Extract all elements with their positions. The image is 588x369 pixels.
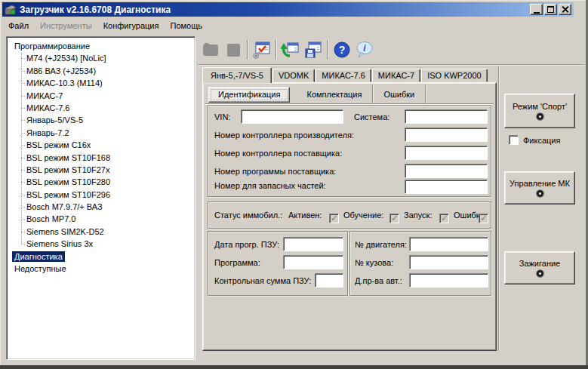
tab-configuration[interactable]: Комплектация (296, 85, 373, 103)
tree-item-programming[interactable]: Программирование (7, 40, 195, 52)
controller-supplier-label: Номер контроллера поставщика: (214, 149, 342, 158)
sport-led-indicator (537, 113, 543, 120)
tree-connector-icon (21, 158, 26, 158)
ignition-led-indicator (537, 270, 543, 277)
tree-item[interactable]: Bosch MP7.0 (7, 213, 195, 225)
spare-parts-input[interactable] (405, 180, 488, 194)
rom-checksum-input[interactable] (315, 273, 343, 288)
minimize-button[interactable] (530, 4, 543, 15)
ignition-button[interactable]: Зажигание (504, 251, 575, 284)
sport-mode-button[interactable]: Режим 'Спорт' (504, 94, 575, 128)
tab-errors[interactable]: Ошибки (373, 85, 426, 103)
tree-connector-icon (21, 207, 26, 208)
tree-item[interactable]: BSL режим ST10F296 (7, 189, 195, 201)
program-supplier-label: Номер программы поставщика: (214, 167, 336, 176)
menu-bar: Файл Инструменты Конфигурация Помощь (3, 18, 208, 32)
about-icon: i (355, 40, 374, 60)
menu-file[interactable]: Файл (3, 20, 35, 32)
mk-control-label: Управление МК (509, 179, 570, 188)
immo-training-checkbox (389, 214, 399, 223)
svg-text:?: ? (339, 44, 346, 56)
tab-mikas-7-6[interactable]: МИКАС-7.6 (316, 69, 371, 82)
tree-item[interactable]: М74 (+J2534) [NoLic] (7, 52, 195, 64)
vehicle-info-group: № двигателя: № кузова: Д.пр-ва авт.: (349, 231, 491, 296)
rom-date-input[interactable] (283, 237, 343, 251)
fixation-checkbox[interactable] (509, 135, 519, 145)
tree-connector-icon (21, 182, 26, 183)
load-config-button[interactable] (279, 38, 302, 61)
program-input[interactable] (283, 255, 343, 269)
minimize-icon (534, 12, 540, 14)
tree-item[interactable]: Siemens SIM2K-D52 (7, 226, 195, 238)
program-supplier-input[interactable] (405, 164, 488, 178)
about-button[interactable]: i (353, 38, 376, 61)
tree-connector-icon (21, 232, 26, 232)
tab-vdomk[interactable]: VDOMK (272, 69, 315, 82)
menu-configuration[interactable]: Конфигурация (98, 20, 165, 32)
immo-start-label: Запуск: (404, 211, 432, 220)
menu-help[interactable]: Помощь (165, 20, 208, 32)
engine-number-input[interactable] (409, 237, 488, 251)
tree-connector-icon (21, 244, 26, 244)
tab-janv5-7-vs5[interactable]: Янв-5,-7/VS-5 (202, 67, 272, 83)
tree-item[interactable]: МИКАС-7 (7, 90, 195, 102)
toolbar-separator (327, 40, 328, 60)
tree-item[interactable]: МИКАС-7.6 (7, 102, 195, 114)
tree-item[interactable]: BSL режим ST10F168 (7, 152, 195, 164)
body-number-input[interactable] (409, 255, 488, 269)
rom-info-group: Дата прогр. ПЗУ: Программа: Контрольная … (208, 231, 348, 296)
maximize-button[interactable] (544, 4, 557, 15)
tree-item[interactable]: Siemens Sirius 3x (7, 238, 195, 250)
tree-connector-icon (21, 83, 26, 84)
body-number-label: № кузова: (355, 258, 393, 267)
tree-item[interactable]: BSL режим ST10F280 (7, 176, 195, 188)
ignition-label: Зажигание (519, 259, 561, 268)
tree-item[interactable]: Январь-5/VS-5 (7, 114, 195, 126)
tree-item-unavailable[interactable]: Недоступные (7, 263, 195, 275)
controller-supplier-input[interactable] (405, 146, 488, 160)
toolbar: ? i (199, 36, 376, 63)
toolbar-separator (276, 40, 277, 60)
app-window: Загрузчик v2.16.6708 Диагностика Файл Ин… (0, 0, 588, 369)
tree-connector-icon (21, 108, 26, 109)
tree-connector-icon (21, 219, 26, 220)
controller-manufacturer-input[interactable] (405, 128, 488, 142)
immo-active-checkbox (329, 214, 339, 223)
tree-item-diagnostics[interactable]: Диагностика (7, 251, 195, 263)
tree-item[interactable]: МИКАС-10.3 (М114) (7, 77, 195, 89)
fixation-label: Фиксация (523, 136, 560, 145)
stop-button (222, 38, 245, 61)
tree-item[interactable]: М86 ВАЗ (+J2534) (7, 65, 195, 77)
tab-iso-kwp2000[interactable]: ISO KWP2000 (421, 69, 488, 82)
maximize-icon (547, 6, 554, 13)
tab-mikas-7[interactable]: МИКАС-7 (372, 69, 420, 82)
close-button[interactable] (559, 4, 571, 15)
fixation-control[interactable]: Фиксация (509, 135, 560, 145)
rom-date-label: Дата прогр. ПЗУ: (214, 240, 279, 249)
tree-item[interactable]: Январь-7.2 (7, 127, 195, 139)
tree-item[interactable]: Bosch M7.9.7/+ ВАЗ (7, 201, 195, 213)
tree-item[interactable]: BSL режим C16x (7, 139, 195, 151)
open-file-icon (201, 40, 220, 60)
manufacture-date-input[interactable] (409, 273, 488, 288)
settings-button[interactable] (251, 38, 273, 61)
mk-led-indicator (537, 190, 543, 197)
help-button[interactable]: ? (331, 38, 353, 61)
window-title: Загрузчик v2.16.6708 Диагностика (20, 5, 171, 15)
system-input[interactable] (405, 109, 488, 124)
save-config-button[interactable] (302, 38, 325, 61)
open-file-button (199, 38, 222, 61)
tree-connector-icon (21, 58, 26, 59)
tree-connector-icon (21, 145, 26, 146)
mk-control-button[interactable]: Управление МК (504, 171, 575, 204)
vin-input[interactable] (241, 109, 343, 124)
help-icon: ? (332, 40, 352, 60)
toolbar-divider (198, 64, 583, 66)
tab-identification[interactable]: Идентификация (208, 87, 290, 103)
tab-panel: Идентификация Комплектация Ошибки VIN: С… (202, 82, 497, 351)
tree-connector-icon (21, 170, 26, 171)
manufacture-date-label: Д.пр-ва авт.: (355, 276, 402, 285)
immo-active-label: Активен: (288, 211, 322, 220)
tree-item[interactable]: BSL режим ST10F27x (7, 164, 195, 176)
tree-connector-icon (21, 96, 26, 97)
